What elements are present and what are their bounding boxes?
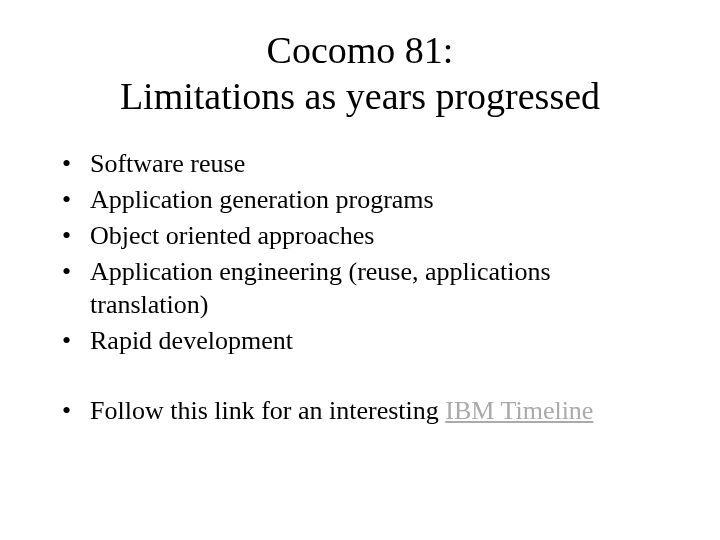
ibm-timeline-link[interactable]: IBM Timeline (445, 396, 593, 425)
bullet-text: Object oriented approaches (90, 221, 374, 250)
title-line-2: Limitations as years progressed (120, 75, 600, 117)
list-item: Software reuse (50, 147, 670, 181)
bullet-text: Rapid development (90, 326, 293, 355)
slide-title: Cocomo 81: Limitations as years progress… (50, 28, 670, 119)
list-item: Object oriented approaches (50, 219, 670, 253)
bullet-text: Application generation programs (90, 185, 434, 214)
bullet-list: Software reuse Application generation pr… (50, 147, 670, 358)
list-item: Rapid development (50, 324, 670, 358)
bullet-text: Software reuse (90, 149, 245, 178)
title-line-1: Cocomo 81: (267, 29, 454, 71)
list-item: Application generation programs (50, 183, 670, 217)
bullet-text: Application engineering (reuse, applicat… (90, 257, 551, 320)
list-item: Application engineering (reuse, applicat… (50, 255, 670, 323)
bullet-list-follow: Follow this link for an interesting IBM … (50, 394, 670, 428)
follow-text: Follow this link for an interesting (90, 396, 445, 425)
list-item: Follow this link for an interesting IBM … (50, 394, 670, 428)
slide-content: Software reuse Application generation pr… (50, 147, 670, 428)
